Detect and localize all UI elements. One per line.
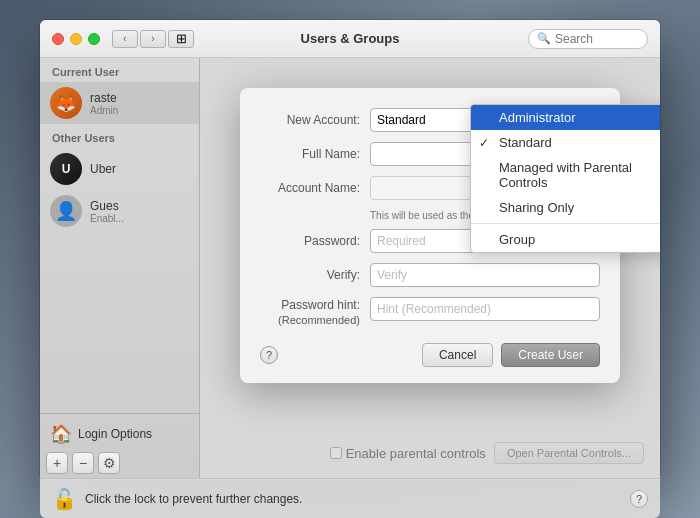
password-hint-input[interactable] — [370, 297, 600, 321]
minimize-button[interactable] — [70, 33, 82, 45]
login-icon: 🏠 — [50, 423, 72, 445]
sidebar-item-guest[interactable]: 👤 Gues Enabl... — [40, 190, 199, 232]
guest-role: Enabl... — [90, 213, 124, 224]
traffic-lights — [52, 33, 100, 45]
main-window: ‹ › ⊞ Users & Groups 🔍 Current User 🦊 ra… — [40, 20, 660, 480]
current-user-role: Admin — [90, 105, 118, 116]
account-type-dropdown: Administrator ✓ Standard Managed with Pa… — [470, 104, 660, 253]
lock-bar-help-button[interactable]: ? — [630, 490, 648, 508]
lock-bar: 🔓 Click the lock to prevent further chan… — [40, 478, 660, 518]
selected-account-type: Standard — [377, 113, 426, 127]
search-icon: 🔍 — [537, 32, 551, 45]
current-user-info: raste Admin — [90, 91, 118, 116]
dialog-backdrop: New Account: Standard ▼ Administrator — [200, 58, 660, 480]
current-user-avatar: 🦊 — [50, 87, 82, 119]
managed-label: Managed with Parental Controls — [499, 160, 660, 190]
window-title: Users & Groups — [301, 31, 400, 46]
login-options-label: Login Options — [78, 427, 152, 441]
remove-user-button[interactable]: − — [72, 452, 94, 474]
maximize-button[interactable] — [88, 33, 100, 45]
guest-name: Gues — [90, 199, 124, 213]
title-bar: ‹ › ⊞ Users & Groups 🔍 — [40, 20, 660, 58]
password-hint-label: Password hint: — [281, 298, 360, 312]
window-body: Current User 🦊 raste Admin Other Users U… — [40, 58, 660, 480]
current-user-name: raste — [90, 91, 118, 105]
sidebar-item-uber[interactable]: U Uber — [40, 148, 199, 190]
sidebar-item-current-user[interactable]: 🦊 raste Admin — [40, 82, 199, 124]
search-input[interactable] — [555, 32, 645, 46]
group-label: Group — [499, 232, 535, 247]
sidebar: Current User 🦊 raste Admin Other Users U… — [40, 58, 200, 480]
main-content: Enable parental controls Open Parental C… — [200, 58, 660, 480]
search-box[interactable]: 🔍 — [528, 29, 648, 49]
settings-button[interactable]: ⚙ — [98, 452, 120, 474]
close-button[interactable] — [52, 33, 64, 45]
create-user-button[interactable]: Create User — [501, 343, 600, 367]
sharing-label: Sharing Only — [499, 200, 574, 215]
dropdown-item-managed[interactable]: Managed with Parental Controls — [471, 155, 660, 195]
dialog-footer: ? Cancel Create User — [260, 343, 600, 367]
dropdown-item-sharing[interactable]: Sharing Only — [471, 195, 660, 220]
dialog-buttons: Cancel Create User — [422, 343, 600, 367]
password-hint-sublabel: (Recommended) — [278, 314, 360, 326]
sidebar-bottom: 🏠 Login Options + − ⚙ — [40, 413, 199, 480]
grid-button[interactable]: ⊞ — [168, 30, 194, 48]
uber-name: Uber — [90, 162, 116, 176]
verify-row: Verify: — [260, 263, 600, 287]
other-users-label: Other Users — [40, 124, 199, 148]
uber-avatar: U — [50, 153, 82, 185]
password-label: Password: — [260, 234, 370, 248]
guest-avatar: 👤 — [50, 195, 82, 227]
back-button[interactable]: ‹ — [112, 30, 138, 48]
cancel-button[interactable]: Cancel — [422, 343, 493, 367]
lock-text: Click the lock to prevent further change… — [85, 492, 622, 506]
verify-label: Verify: — [260, 268, 370, 282]
forward-button[interactable]: › — [140, 30, 166, 48]
create-user-dialog: New Account: Standard ▼ Administrator — [240, 88, 620, 383]
new-account-row: New Account: Standard ▼ Administrator — [260, 108, 600, 132]
dropdown-item-group[interactable]: Group — [471, 227, 660, 252]
administrator-label: Administrator — [499, 110, 576, 125]
account-name-label: Account Name: — [260, 181, 370, 195]
guest-info: Gues Enabl... — [90, 199, 124, 224]
dropdown-item-administrator[interactable]: Administrator — [471, 105, 660, 130]
full-name-label: Full Name: — [260, 147, 370, 161]
new-account-label: New Account: — [260, 113, 370, 127]
add-user-button[interactable]: + — [46, 452, 68, 474]
verify-input[interactable] — [370, 263, 600, 287]
standard-checkmark: ✓ — [479, 136, 489, 150]
dropdown-divider — [471, 223, 660, 224]
dropdown-item-standard[interactable]: ✓ Standard — [471, 130, 660, 155]
dialog-help-button[interactable]: ? — [260, 346, 278, 364]
password-hint-row: Password hint: (Recommended) — [260, 297, 600, 327]
login-options-item[interactable]: 🏠 Login Options — [46, 420, 193, 448]
current-users-label: Current User — [40, 58, 199, 82]
nav-buttons: ‹ › — [112, 30, 166, 48]
sidebar-actions: + − ⚙ — [46, 452, 193, 474]
standard-label: Standard — [499, 135, 552, 150]
lock-icon[interactable]: 🔓 — [52, 487, 77, 511]
uber-info: Uber — [90, 162, 116, 176]
